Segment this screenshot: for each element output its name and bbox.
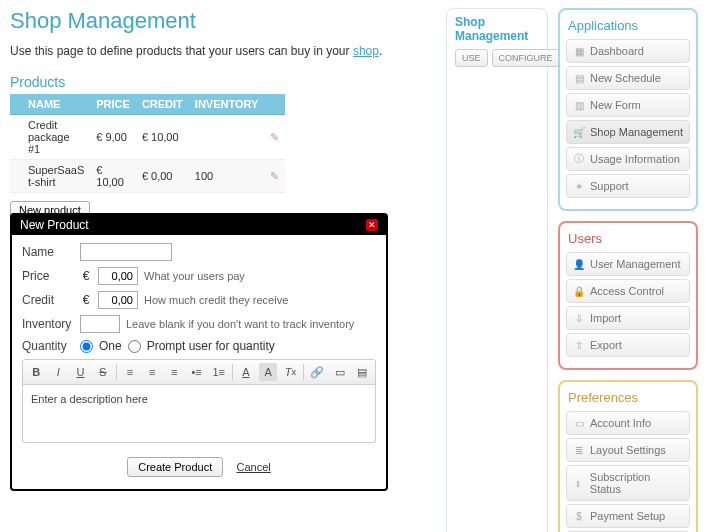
cell-credit: € 10,00 [136,115,189,160]
sidebar-item-user-management[interactable]: 👤User Management [566,252,690,276]
cell-inventory: 100 [189,160,265,193]
grid-icon: ▦ [573,45,585,57]
form-icon: ▥ [573,99,585,111]
page-title: Shop Management [10,8,436,34]
label-price: Price [22,269,74,283]
editor-toolbar: B I U S ≡ ≡ ≡ •≡ 1≡ A A Tx 🔗 ▭ [22,359,376,385]
link-icon[interactable]: 🔗 [308,363,326,381]
name-field[interactable] [80,243,172,261]
qty-prompt-label: Prompt user for quantity [147,339,275,353]
sidebar-item-payment-setup[interactable]: $Payment Setup [566,504,690,528]
user-icon: 👤 [573,258,585,270]
sidebar-item-import[interactable]: ⇩Import [566,306,690,330]
use-button[interactable]: USE [455,49,488,67]
strike-icon[interactable]: S [94,363,112,381]
sidebar-item-account-info[interactable]: ▭Account Info [566,411,690,435]
sidebar-item-dashboard[interactable]: ▦Dashboard [566,39,690,63]
sidebar-item-support[interactable]: ✶Support [566,174,690,198]
products-table: Name Price Credit Inventory Credit packa… [10,94,285,193]
align-right-icon[interactable]: ≡ [165,363,183,381]
applications-panel: Applications ▦Dashboard ▤New Schedule ▥N… [558,8,698,211]
sidebar-item-label: Usage Information [590,153,680,165]
shop-link[interactable]: shop [353,44,379,58]
cancel-link[interactable]: Cancel [237,461,271,473]
lock-icon: 🔒 [573,285,585,297]
create-product-button[interactable]: Create Product [127,457,223,477]
label-name: Name [22,245,74,259]
intro-suffix: . [379,44,382,58]
sidebar-item-label: Export [590,339,622,351]
col-price: Price [90,94,136,115]
table-row: Credit package #1 € 9,00 € 10,00 ✎ [10,115,285,160]
close-icon[interactable]: ✕ [366,219,378,231]
info-icon: ⓘ [573,153,585,165]
description-field[interactable]: Enter a description here [22,385,376,443]
font-color-icon[interactable]: A [237,363,255,381]
calendar-icon: ▤ [573,72,585,84]
configure-button[interactable]: CONFIGURE [492,49,560,67]
bg-color-icon[interactable]: A [259,363,277,381]
label-quantity: Quantity [22,339,74,353]
sidebar-item-subscription[interactable]: ⫾Subscription Status [566,465,690,501]
list-ul-icon[interactable]: •≡ [187,363,205,381]
new-product-modal: New Product ✕ Name Price € What your use… [10,213,388,491]
inventory-field[interactable] [80,315,120,333]
edit-icon[interactable]: ✎ [270,170,279,182]
qty-one-radio[interactable] [80,340,93,353]
sidebar-item-label: Layout Settings [590,444,666,456]
col-name: Name [22,94,90,115]
sidebar-item-new-schedule[interactable]: ▤New Schedule [566,66,690,90]
shop-management-box: Shop Management USE CONFIGURE [446,8,548,532]
layout-icon: ≣ [573,444,585,456]
list-ol-icon[interactable]: 1≡ [210,363,228,381]
products-heading: Products [10,74,436,90]
sidebar-item-usage[interactable]: ⓘUsage Information [566,147,690,171]
sidebar-item-label: New Schedule [590,72,661,84]
source-icon[interactable]: ▤ [353,363,371,381]
sidebar-item-label: Shop Management [590,126,683,138]
sidebar-item-label: Access Control [590,285,664,297]
qty-prompt-radio[interactable] [128,340,141,353]
cell-price: € 10,00 [90,160,136,193]
cell-credit: € 0,00 [136,160,189,193]
cell-price: € 9,00 [90,115,136,160]
credit-field[interactable] [98,291,138,309]
cell-name: SuperSaaS t-shirt [22,160,90,193]
cart-icon: 🛒 [573,126,585,138]
chart-icon: ⫾ [573,477,585,489]
hint-price: What your users pay [144,270,245,282]
currency-symbol: € [80,269,92,283]
modal-title: New Product [20,218,89,232]
hint-credit: How much credit they receive [144,294,288,306]
underline-icon[interactable]: U [71,363,89,381]
table-row: SuperSaaS t-shirt € 10,00 € 0,00 100 ✎ [10,160,285,193]
image-icon[interactable]: ▭ [331,363,349,381]
sidebar-item-shop-management[interactable]: 🛒Shop Management [566,120,690,144]
intro-text: Use this page to define products that yo… [10,44,353,58]
sidebar-item-label: Account Info [590,417,651,429]
money-icon: $ [573,510,585,522]
sidebar-item-access-control[interactable]: 🔒Access Control [566,279,690,303]
sidebar-item-export[interactable]: ⇧Export [566,333,690,357]
users-title: Users [568,231,688,246]
hint-inventory: Leave blank if you don't want to track i… [126,318,354,330]
clear-format-icon[interactable]: Tx [281,363,299,381]
price-field[interactable] [98,267,138,285]
label-credit: Credit [22,293,74,307]
sidebar-item-layout-settings[interactable]: ≣Layout Settings [566,438,690,462]
help-icon: ✶ [573,180,585,192]
bold-icon[interactable]: B [27,363,45,381]
italic-icon[interactable]: I [49,363,67,381]
edit-icon[interactable]: ✎ [270,131,279,143]
align-left-icon[interactable]: ≡ [121,363,139,381]
sidebar-item-label: Payment Setup [590,510,665,522]
sidebar-item-new-form[interactable]: ▥New Form [566,93,690,117]
sidebar-item-label: Support [590,180,629,192]
currency-symbol: € [80,293,92,307]
align-center-icon[interactable]: ≡ [143,363,161,381]
prefs-title: Preferences [568,390,688,405]
apps-title: Applications [568,18,688,33]
sidebar-item-label: User Management [590,258,681,270]
label-inventory: Inventory [22,317,74,331]
card-icon: ▭ [573,417,585,429]
